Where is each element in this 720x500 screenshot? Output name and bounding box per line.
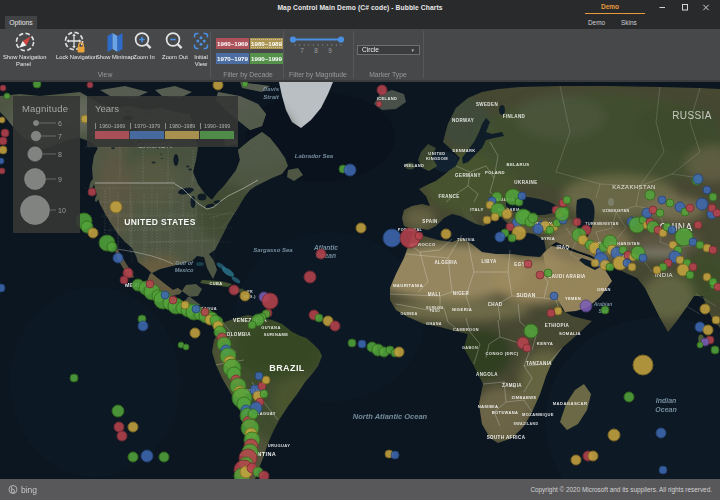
svg-text:TUNISIA: TUNISIA [457, 238, 475, 242]
svg-text:UKRAINE: UKRAINE [514, 180, 537, 185]
svg-text:SOMALIA: SOMALIA [559, 331, 581, 336]
svg-text:IRAQ: IRAQ [557, 245, 570, 250]
svg-text:CONGO (DRC): CONGO (DRC) [485, 351, 518, 356]
svg-text:ETHIOPIA: ETHIOPIA [545, 323, 570, 328]
svg-text:TANZANIA: TANZANIA [526, 361, 552, 366]
svg-text:Arabian: Arabian [593, 301, 613, 307]
svg-text:GABON: GABON [462, 346, 478, 350]
svg-text:ICELAND: ICELAND [377, 96, 398, 101]
svg-text:TURKMENISTAN: TURKMENISTAN [585, 222, 618, 226]
svg-text:OMAN: OMAN [597, 287, 611, 292]
svg-text:FASO: FASO [430, 309, 440, 313]
svg-text:7: 7 [300, 47, 304, 54]
svg-text:Gulf of: Gulf of [175, 260, 194, 266]
svg-text:Indian: Indian [656, 397, 677, 404]
svg-text:FRANCE: FRANCE [438, 194, 459, 199]
svg-text:GUINEA: GUINEA [400, 312, 417, 316]
svg-text:BELARUS: BELARUS [506, 162, 529, 167]
svg-text:8: 8 [58, 151, 62, 158]
svg-text:UNITED STATES: UNITED STATES [124, 217, 195, 227]
svg-text:IRELAND: IRELAND [404, 163, 425, 168]
svg-text:SOUTH AFRICA: SOUTH AFRICA [487, 435, 526, 440]
svg-text:ALGERIA: ALGERIA [434, 260, 457, 265]
svg-text:MALI: MALI [428, 292, 441, 297]
svg-text:LIBYA: LIBYA [481, 259, 496, 264]
svg-text:FINLAND: FINLAND [503, 114, 526, 119]
svg-text:KAZAKHSTAN: KAZAKHSTAN [612, 184, 656, 190]
svg-text:BOTSWANA: BOTSWANA [492, 410, 519, 415]
svg-text:ITALY: ITALY [470, 207, 483, 212]
svg-text:MAURITANIA: MAURITANIA [393, 283, 423, 288]
svg-text:bing: bing [21, 485, 37, 495]
svg-text:NAMIBIA: NAMIBIA [478, 404, 499, 409]
svg-text:CHAD: CHAD [488, 302, 503, 307]
svg-text:Sargasso Sea: Sargasso Sea [253, 247, 293, 253]
svg-text:GUYANA: GUYANA [261, 325, 280, 330]
svg-text:Davis: Davis [263, 86, 280, 92]
svg-text:SURINAME: SURINAME [264, 332, 289, 337]
svg-text:SAUDI ARABIA: SAUDI ARABIA [548, 274, 586, 279]
svg-text:YEMEN: YEMEN [565, 296, 581, 301]
svg-text:8: 8 [314, 47, 318, 54]
svg-text:NIGERIA: NIGERIA [452, 307, 472, 312]
svg-text:SWAZILAND: SWAZILAND [514, 422, 539, 426]
svg-text:SPAIN: SPAIN [422, 219, 437, 224]
svg-text:GERMANY: GERMANY [455, 173, 481, 178]
svg-text:UZBEKISTAN: UZBEKISTAN [603, 209, 630, 213]
svg-text:CUBA: CUBA [209, 281, 222, 286]
svg-text:9: 9 [58, 176, 62, 183]
svg-text:ANGOLA: ANGOLA [476, 372, 498, 377]
svg-text:Labrador Sea: Labrador Sea [295, 153, 334, 159]
svg-text:MADAGASCAR: MADAGASCAR [553, 401, 588, 406]
svg-text:Atlantic: Atlantic [313, 244, 338, 251]
svg-text:KENYA: KENYA [537, 341, 553, 346]
svg-text:SUDAN: SUDAN [516, 293, 535, 298]
svg-text:DENMARK: DENMARK [452, 148, 475, 153]
svg-text:SYRIA: SYRIA [541, 236, 555, 241]
svg-text:GHANA: GHANA [426, 322, 442, 326]
svg-text:Mexico: Mexico [175, 267, 194, 273]
svg-text:Ocean: Ocean [655, 406, 676, 413]
svg-text:URUGUAY: URUGUAY [268, 443, 291, 448]
svg-text:NORWAY: NORWAY [452, 118, 474, 123]
svg-text:ZIMBABWE: ZIMBABWE [511, 395, 536, 400]
svg-text:6: 6 [58, 120, 62, 127]
svg-text:RUSSIA: RUSSIA [672, 110, 712, 121]
svg-text:NIGER: NIGER [453, 291, 470, 296]
svg-text:SWEDEN: SWEDEN [476, 102, 498, 107]
svg-text:KINGDOM: KINGDOM [426, 156, 448, 161]
svg-text:9: 9 [328, 47, 332, 54]
svg-text:BRAZIL: BRAZIL [269, 363, 304, 373]
svg-text:North Atlantic Ocean: North Atlantic Ocean [353, 412, 428, 421]
svg-text:7: 7 [58, 133, 62, 140]
svg-text:POLAND: POLAND [485, 170, 505, 175]
svg-text:Strait: Strait [263, 94, 279, 100]
svg-text:MOZAMBIQUE: MOZAMBIQUE [522, 412, 554, 417]
svg-text:CAMEROON: CAMEROON [453, 328, 479, 332]
svg-text:ZAMBIA: ZAMBIA [502, 383, 522, 388]
svg-text:10: 10 [58, 207, 66, 214]
svg-text:COLOMBIA: COLOMBIA [223, 332, 251, 337]
